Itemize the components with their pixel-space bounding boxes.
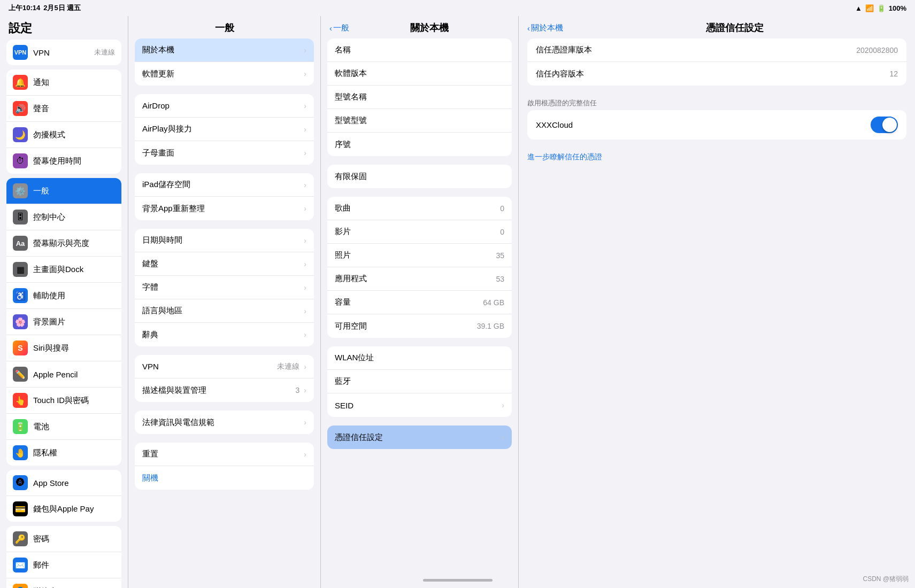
info-value-songs: 0: [500, 204, 504, 213]
settings-item-airdrop[interactable]: AirDrop ›: [135, 94, 314, 118]
cert-link[interactable]: 進一步瞭解信任的憑證: [519, 148, 915, 166]
info-row-modelnumber[interactable]: 型號型號: [327, 109, 512, 133]
sidebar-item-vpn[interactable]: VPN VPN 未連線: [6, 40, 121, 65]
settings-item-vpn2[interactable]: VPN 未連線 ›: [135, 355, 314, 378]
cert-toggle[interactable]: [871, 117, 898, 133]
settings-item-datetime-label: 日期與時間: [142, 235, 302, 245]
settings-item-shutdown[interactable]: 關機: [135, 466, 314, 490]
about-back-label: 一般: [333, 23, 349, 33]
sidebar-item-display-label: 螢幕顯示與亮度: [33, 238, 115, 249]
settings-item-softwareupdate[interactable]: 軟體更新 ›: [135, 62, 314, 86]
settings-item-bgapp[interactable]: 背景App重新整理 ›: [135, 197, 314, 220]
status-left: 上午10:14 2月5日 週五: [9, 3, 81, 13]
sidebar-group-general: ⚙️ 一般 🎛 控制中心 Aa 螢幕顯示與亮度 ▦ 主畫面與Do: [6, 178, 121, 466]
settings-item-font[interactable]: 字體 ›: [135, 276, 314, 299]
info-row-modelname[interactable]: 型號名稱: [327, 86, 512, 109]
info-row-seid[interactable]: SEID ›: [327, 393, 512, 417]
sidebar-item-controlcenter[interactable]: 🎛 控制中心: [6, 204, 121, 230]
info-row-serial[interactable]: 序號: [327, 133, 512, 156]
contacts-icon: 👤: [13, 584, 28, 588]
settings-item-storage[interactable]: iPad儲存空間 ›: [135, 173, 314, 197]
info-row-warranty[interactable]: 有限保固: [327, 165, 512, 188]
general-icon: ⚙️: [13, 183, 28, 198]
info-label-bluetooth: 藍牙: [335, 376, 504, 386]
settings-item-font-label: 字體: [142, 282, 302, 292]
sidebar-item-wallet-label: 錢包與Apple Pay: [33, 504, 115, 514]
settings-item-pip-label: 子母畫面: [142, 148, 302, 158]
info-row-cert[interactable]: 憑證信任設定 ›: [327, 425, 512, 449]
settings-group-reset: 重置 › 關機: [135, 443, 314, 490]
mail-icon: ✉️: [13, 558, 28, 572]
sidebar-item-applepencil[interactable]: ✏️ Apple Pencil: [6, 361, 121, 388]
info-row-softversion[interactable]: 軟體版本: [327, 62, 512, 86]
sidebar-item-passwords[interactable]: 🔑 密碼: [6, 526, 121, 552]
sidebar-item-mail[interactable]: ✉️ 郵件: [6, 552, 121, 578]
sidebar-item-controlcenter-label: 控制中心: [33, 212, 115, 222]
chevron-right-storage: ›: [304, 181, 306, 189]
settings-item-dictionary-label: 辭典: [142, 330, 302, 340]
wallet-icon: 💳: [13, 501, 28, 516]
info-label-warranty: 有限保固: [335, 172, 504, 182]
sidebar-item-battery[interactable]: 🔋 電池: [6, 414, 121, 440]
sidebar-item-screentime[interactable]: ⏱ 螢幕使用時間: [6, 148, 121, 174]
sidebar-item-battery-label: 電池: [33, 422, 115, 432]
sidebar-item-donotdisturb[interactable]: 🌙 勿擾模式: [6, 122, 121, 148]
settings-item-airplay[interactable]: AirPlay與接力 ›: [135, 118, 314, 141]
sidebar-item-siri[interactable]: S Siri與搜尋: [6, 335, 121, 361]
chevron-right-about: ›: [304, 46, 306, 55]
settings-item-pip[interactable]: 子母畫面 ›: [135, 141, 314, 165]
settings-item-language[interactable]: 語言與地區 ›: [135, 299, 314, 323]
sidebar-item-wallpaper[interactable]: 🌸 背景圖片: [6, 309, 121, 335]
sidebar-item-homescreen[interactable]: ▦ 主畫面與Dock: [6, 257, 121, 283]
settings-item-profiles-value: 3: [296, 386, 300, 394]
settings-item-legal[interactable]: 法律資訊與電信規範 ›: [135, 411, 314, 434]
cert-item-entry: XXXCloud: [527, 110, 906, 140]
sidebar-item-notifications-label: 通知: [33, 78, 115, 88]
sidebar-item-homescreen-label: 主畫面與Dock: [33, 265, 115, 275]
sidebar-item-wallet[interactable]: 💳 錢包與Apple Pay: [6, 496, 121, 522]
info-value-available: 39.1 GB: [477, 322, 504, 330]
settings-item-reset[interactable]: 重置 ›: [135, 443, 314, 466]
info-row-available: 可用空間 39.1 GB: [327, 314, 512, 338]
cert-back-button[interactable]: ‹ 關於本機: [527, 23, 563, 33]
sidebar-item-touchid[interactable]: 👆 Touch ID與密碼: [6, 388, 121, 414]
info-row-apps: 應用程式 53: [327, 267, 512, 291]
main-content: 設定 VPN VPN 未連線 🔔 通知 🔊: [0, 16, 915, 588]
settings-item-keyboard[interactable]: 鍵盤 ›: [135, 252, 314, 276]
sidebar-item-display[interactable]: Aa 螢幕顯示與亮度: [6, 230, 121, 257]
settings-item-profiles[interactable]: 描述檔與裝置管理 3 ›: [135, 378, 314, 402]
cert-item-content-version-value: 12: [889, 69, 898, 78]
info-row-name[interactable]: 名稱: [327, 38, 512, 62]
sidebar-item-contacts-label: 聯絡人: [33, 586, 115, 589]
settings-item-reset-label: 重置: [142, 449, 302, 459]
sidebar-item-accessibility[interactable]: ♿ 輔助使用: [6, 283, 121, 309]
chevron-cert: ›: [502, 433, 504, 442]
sidebar-item-privacy[interactable]: 🤚 隱私權: [6, 440, 121, 466]
sidebar-item-touchid-label: Touch ID與密碼: [33, 396, 115, 406]
cert-item-content-version: 信任內容版本 12: [527, 62, 906, 86]
settings-item-datetime[interactable]: 日期與時間 ›: [135, 229, 314, 252]
screentime-icon: ⏱: [13, 153, 28, 168]
sidebar-item-appstore[interactable]: 🅐 App Store: [6, 470, 121, 496]
sidebar-item-siri-label: Siri與搜尋: [33, 343, 115, 353]
sidebar-item-mail-label: 郵件: [33, 560, 115, 570]
settings-group-airdrop: AirDrop › AirPlay與接力 › 子母畫面 ›: [135, 94, 314, 165]
about-header: ‹ 一般 關於本機: [321, 16, 518, 38]
sidebar-item-notifications[interactable]: 🔔 通知: [6, 69, 121, 96]
settings-item-softwareupdate-label: 軟體更新: [142, 69, 302, 79]
about-network-group: WLAN位址 藍牙 SEID ›: [327, 346, 512, 417]
sidebar-item-contacts[interactable]: 👤 聯絡人: [6, 578, 121, 588]
chevron-right-softwareupdate: ›: [304, 69, 306, 78]
info-row-songs: 歌曲 0: [327, 197, 512, 220]
back-chevron-icon: ‹: [329, 24, 332, 33]
sidebar-item-privacy-label: 隱私權: [33, 448, 115, 458]
about-back-button[interactable]: ‹ 一般: [329, 23, 349, 33]
sidebar-item-sound[interactable]: 🔊 聲音: [6, 96, 121, 122]
homescreen-icon: ▦: [13, 262, 28, 277]
settings-item-about[interactable]: 關於本機 ›: [135, 38, 314, 62]
info-row-photos: 照片 35: [327, 244, 512, 267]
info-label-capacity: 容量: [335, 297, 483, 307]
general-panel: 一般 關於本機 › 軟體更新 › AirDrop › AirPlay與接力 ›: [128, 16, 321, 588]
settings-item-dictionary[interactable]: 辭典 ›: [135, 323, 314, 346]
sidebar-item-general[interactable]: ⚙️ 一般: [6, 178, 121, 204]
